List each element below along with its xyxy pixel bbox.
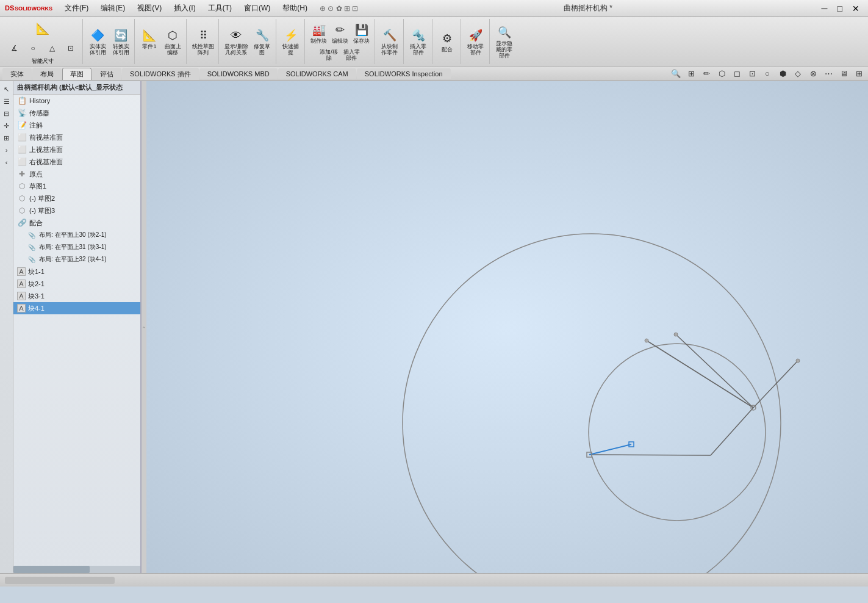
tree-item-block3[interactable]: A 块3-1 <box>13 290 140 302</box>
insert-comp-label: 插入零部件 <box>410 44 426 56</box>
tab-sketch[interactable]: 草图 <box>62 68 91 80</box>
tb-mate[interactable]: ⚙ 配合 <box>436 29 458 54</box>
right-plane-icon: ⬜ <box>17 157 27 167</box>
menu-edit[interactable]: 编辑(E) <box>96 2 130 15</box>
tb-geom2[interactable]: 🔧 修复草图 <box>251 26 273 57</box>
show-hidden-label: 显示隐藏的零部件 <box>496 41 512 59</box>
statusbar-scrollbar[interactable] <box>5 577 115 584</box>
tab-solid[interactable]: 实体 <box>2 68 32 80</box>
close-btn[interactable]: ✕ <box>848 2 863 15</box>
tb-dim4[interactable]: △ <box>43 39 61 57</box>
tree-item-front-plane[interactable]: ⬜ 前视基准面 <box>13 131 140 143</box>
tb-move-comp[interactable]: 🚀 移动零部件 <box>465 26 487 57</box>
tb-save-block[interactable]: 💾 保存块 <box>351 20 372 46</box>
lv-pin[interactable]: ✛ <box>1 120 12 131</box>
tab-evaluate[interactable]: 评估 <box>92 68 121 80</box>
tree-item-mate[interactable]: 🔗 配合 <box>13 217 140 229</box>
pencil-icon[interactable]: ✏ <box>700 67 713 81</box>
tree-item-annotation[interactable]: 📝 注解 <box>13 119 140 131</box>
tab-cam[interactable]: SOLIDWORKS CAM <box>278 68 356 79</box>
lv-tree[interactable]: ⊟ <box>1 108 12 119</box>
tree-item-sketch1[interactable]: ⬡ 草图1 <box>13 180 140 192</box>
toolbar-group-capture: ⚡ 快速捕捉 <box>278 19 305 64</box>
options-icon[interactable]: ⊞ <box>852 67 866 81</box>
lv-chevron-left[interactable]: ‹ <box>1 157 12 168</box>
more-icon[interactable]: ⋯ <box>822 67 835 81</box>
dimension-icon: 📐 <box>34 20 51 37</box>
tb-insert-comp[interactable]: 🔩 插入零部件 <box>407 26 429 57</box>
menu-help[interactable]: 帮助(H) <box>278 2 312 15</box>
tb-insert-block[interactable]: 插入零部件 <box>340 48 362 63</box>
tree-item-layout3[interactable]: 📎 布局: 在平面上32 (块4-1) <box>13 253 140 265</box>
tree-item-origin[interactable]: ✚ 原点 <box>13 168 140 180</box>
menu-insert[interactable]: 插入(I) <box>169 2 200 15</box>
menu-tools[interactable]: 工具(T) <box>203 2 237 15</box>
sphere-icon[interactable]: ○ <box>761 67 774 81</box>
lv-arrow[interactable]: ↖ <box>1 84 12 95</box>
monitor-icon[interactable]: 🖥 <box>837 67 850 81</box>
from-block-label: 从块制作零件 <box>381 44 398 56</box>
tab-layout[interactable]: 布局 <box>32 68 62 80</box>
tb-capture[interactable]: ⚡ 快速捕捉 <box>280 26 302 57</box>
tb-surface2[interactable]: ⬡ 曲面上编移 <box>162 26 184 57</box>
surface-icon[interactable]: ⬢ <box>776 67 789 81</box>
layout3-icon: 📎 <box>27 255 37 264</box>
tb-edit-block[interactable]: ✏ 编辑块 <box>330 20 351 46</box>
tb-smart-dimension[interactable]: 📐 <box>5 19 80 38</box>
from-block-icon: 🔨 <box>381 27 398 44</box>
tb-make-block[interactable]: 🏭 制作块 <box>309 20 329 46</box>
tree-label-right-plane: 右视基准面 <box>29 157 63 167</box>
tree-item-sketch2[interactable]: ⬡ (-) 草图2 <box>13 192 140 204</box>
tree-item-right-plane[interactable]: ⬜ 右视基准面 <box>13 156 140 168</box>
search-icon[interactable]: 🔍 <box>669 67 683 81</box>
filter-icon[interactable]: ⊞ <box>684 67 698 81</box>
minimize-btn[interactable]: ─ <box>818 2 831 15</box>
window-title: 曲柄摇杆机构 * <box>564 3 612 13</box>
toolbar-area: 📐 ∡ ○ △ ⊡ 智能尺寸 🔷 实体实体引用 🔄 转 <box>0 17 868 67</box>
wire-icon[interactable]: ⊗ <box>806 67 820 81</box>
tb-dim2[interactable]: ∡ <box>5 39 23 57</box>
lv-list[interactable]: ☰ <box>1 96 12 107</box>
tb-dim3[interactable]: ○ <box>24 39 42 57</box>
cube-icon[interactable]: ◻ <box>730 67 744 81</box>
tb-add-remove[interactable]: 添加/移除 <box>318 48 340 63</box>
cad-viewport[interactable]: Y X <box>146 81 868 573</box>
maximize-btn[interactable]: □ <box>834 2 846 15</box>
menu-window[interactable]: 窗口(W) <box>239 2 275 15</box>
tree-item-block4[interactable]: A 块4-1 <box>13 302 140 314</box>
annotation-icon: 📝 <box>17 120 27 130</box>
geom1-icon: 👁 <box>228 27 245 44</box>
plane-icon[interactable]: ◇ <box>791 67 805 81</box>
tree-item-layout2[interactable]: 📎 布局: 在平面上31 (块3-1) <box>13 241 140 253</box>
tree-label-layout3: 布局: 在平面上32 (块4-1) <box>39 255 107 264</box>
surface1-label: 零件1 <box>142 44 156 50</box>
tb-from-block[interactable]: 🔨 从块制作零件 <box>379 26 401 57</box>
copy-icon[interactable]: ⊡ <box>745 67 759 81</box>
lv-chevron-right[interactable]: › <box>1 145 12 156</box>
sidebar-collapse-handle[interactable]: ‹ <box>142 81 146 573</box>
tab-plugins[interactable]: SOLIDWORKS 插件 <box>122 68 199 80</box>
tb-surface1[interactable]: 📐 零件1 <box>138 26 160 57</box>
menu-file[interactable]: 文件(F) <box>60 2 93 15</box>
tree-item-sensor[interactable]: 📡 传感器 <box>13 107 140 119</box>
tree-item-block2[interactable]: A 块2-1 <box>13 278 140 290</box>
tb-entity1[interactable]: 🔷 实体实体引用 <box>87 26 109 57</box>
tab-mbd[interactable]: SOLIDWORKS MBD <box>199 68 278 79</box>
sketch2-icon: ⬡ <box>17 193 27 203</box>
tb-entity2[interactable]: 🔄 转换实体引用 <box>110 26 132 57</box>
tb-array[interactable]: ⠿ 线性草图阵列 <box>190 26 216 57</box>
tree-item-history[interactable]: 📋 History <box>13 95 140 107</box>
tree-item-layout1[interactable]: 📎 布局: 在平面上30 (块2-1) <box>13 229 140 241</box>
tree-item-sketch3[interactable]: ⬡ (-) 草图3 <box>13 204 140 217</box>
tb-show-hidden[interactable]: 🔍 显示隐藏的零部件 <box>493 23 515 60</box>
tree-item-top-plane[interactable]: ⬜ 上视基准面 <box>13 143 140 156</box>
menu-view[interactable]: 视图(V) <box>132 2 167 15</box>
tb-dim5[interactable]: ⊡ <box>62 39 80 57</box>
svg-text:SOLIDWORKS: SOLIDWORKS <box>15 5 52 12</box>
box-icon[interactable]: ⬡ <box>715 67 728 81</box>
tab-inspection[interactable]: SOLIDWORKS Inspection <box>357 68 451 79</box>
tb-geom1[interactable]: 👁 显示/删除几何关系 <box>223 26 250 57</box>
surface2-icon: ⬡ <box>164 27 181 44</box>
tree-item-block1[interactable]: A 块1-1 <box>13 265 140 278</box>
lv-chart[interactable]: ⊞ <box>1 132 12 143</box>
